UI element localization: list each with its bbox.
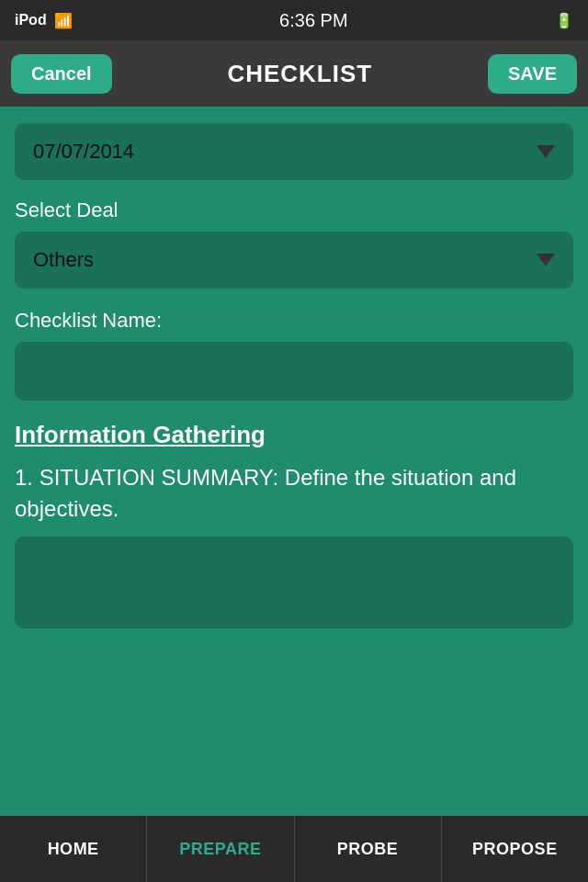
tab-prepare-label: PREPARE — [179, 840, 261, 859]
status-time: 6:36 PM — [279, 10, 347, 31]
tab-probe-label: PROBE — [337, 840, 399, 859]
deal-value: Others — [33, 248, 94, 272]
tab-bar: HOME PREPARE PROBE PROPOSE — [0, 816, 588, 882]
checklist-name-input[interactable] — [15, 342, 573, 401]
tab-prepare[interactable]: PREPARE — [147, 816, 294, 882]
date-dropdown-arrow-icon — [537, 145, 555, 158]
cancel-button[interactable]: Cancel — [11, 54, 112, 94]
wifi-icon: 📶 — [54, 12, 73, 29]
tab-probe[interactable]: PROBE — [295, 816, 442, 882]
status-bar: iPod 📶 6:36 PM 🔋 — [0, 0, 588, 40]
section-title: Information Gathering — [15, 421, 573, 449]
date-value: 07/07/2014 — [33, 140, 134, 164]
deal-dropdown[interactable]: Others — [15, 232, 573, 288]
status-left: iPod 📶 — [15, 12, 73, 29]
deal-dropdown-arrow-icon — [537, 254, 555, 266]
date-dropdown[interactable]: 07/07/2014 — [15, 123, 573, 180]
tab-home-label: HOME — [48, 840, 99, 859]
nav-bar: Cancel CHECKLIST SAVE — [0, 40, 588, 107]
device-label: iPod — [15, 12, 47, 28]
situation-summary-input[interactable] — [15, 537, 573, 628]
page-title: CHECKLIST — [227, 60, 372, 88]
tab-home[interactable]: HOME — [0, 816, 147, 882]
tab-propose[interactable]: PROPOSE — [442, 816, 588, 882]
tab-propose-label: PROPOSE — [472, 840, 558, 859]
situation-summary-label: 1. SITUATION SUMMARY: Define the situati… — [15, 462, 573, 524]
checklist-name-label: Checklist Name: — [15, 309, 573, 333]
select-deal-label: Select Deal — [15, 198, 573, 222]
battery-icon: 🔋 — [555, 12, 573, 29]
main-content: 07/07/2014 Select Deal Others Checklist … — [0, 107, 588, 816]
save-button[interactable]: SAVE — [488, 54, 577, 94]
